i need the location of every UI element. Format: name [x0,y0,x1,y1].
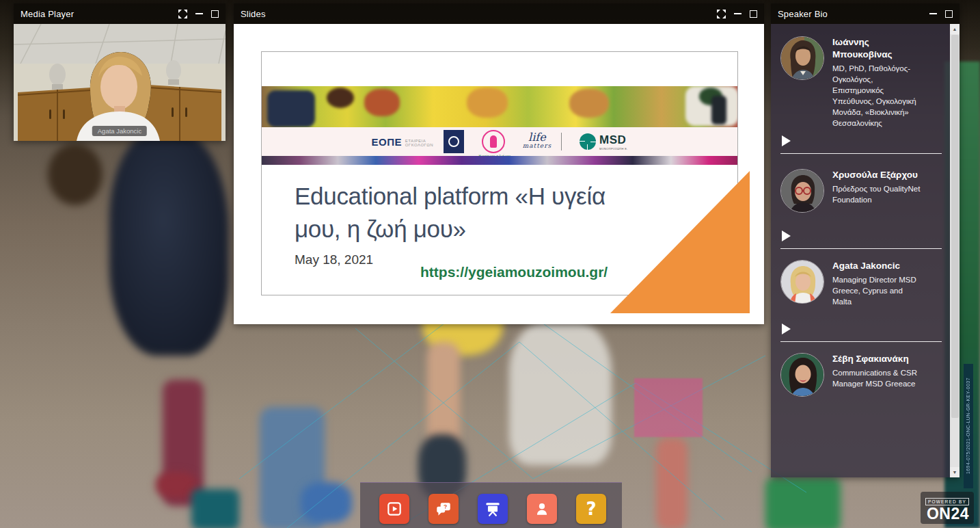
regulatory-watermark: 1694-075/2021-ONC-LUN-GR-KEY-0037 [964,364,973,488]
navy-society-logo [444,130,464,153]
maximize-icon[interactable] [945,10,953,18]
webcam-video[interactable]: Agata Jakoncic [14,24,226,141]
scrollbar[interactable]: ▲ ▼ [950,24,959,477]
msd-logo: MSD ΜΟΝΟΠΡΟΣΩΠΗ Ε. [580,133,627,150]
background-pink-overlay [634,378,703,437]
minimize-icon[interactable] [195,13,203,14]
speaker-avatar [780,169,824,213]
slide-logo-band: ΕΟΠΕ ΕΤΑΙΡΕΙΑ ΟΓΚΟΛΟΓΩΝ Η υγεία μου, η ζ… [262,127,737,156]
divider [780,341,942,342]
scroll-down-button[interactable]: ▼ [950,467,959,477]
media-player-title: Media Player [21,9,178,19]
speaker-name: Agata Jakoncic [832,260,923,272]
slides-title: Slides [241,9,717,19]
person-icon [533,500,551,518]
speaker-item: Σέβη Σφακιανάκη Communications & CSR Man… [780,353,942,397]
media-player-window: Media Player [14,3,226,141]
slide-heading: Educational platform «Η υγεία μου, η ζωή… [295,180,605,246]
speaker-item: Agata Jakoncic Managing Director MSD Gre… [780,260,942,307]
question-mark-icon: ? [586,499,596,519]
life-matters-logo: life matters [523,133,562,150]
scrollbar-thumb[interactable] [951,35,959,418]
msd-knot-icon [580,133,596,150]
fullscreen-icon[interactable] [178,10,187,18]
slide-canvas[interactable]: ΕΟΠΕ ΕΤΑΙΡΕΙΑ ΟΓΚΟΛΟΓΩΝ Η υγεία μου, η ζ… [234,24,764,324]
play-bio-button[interactable] [782,230,791,241]
webcam-name-label: Agata Jakoncic [92,126,147,136]
widget-dock: ? ? [360,482,622,528]
media-player-dock-button[interactable] [379,494,409,524]
slide-date: May 18, 2021 [295,252,373,267]
divider [780,153,942,154]
play-bio-button[interactable] [782,324,791,334]
media-player-titlebar[interactable]: Media Player [14,3,226,24]
qa-dock-button[interactable]: ? [428,494,459,524]
scroll-up-button[interactable]: ▲ [950,24,959,34]
on24-logo: POWERED BY ON24 [921,492,974,524]
play-bio-button[interactable] [782,135,791,146]
minimize-icon[interactable] [734,13,741,14]
chat-question-icon: ? [435,500,452,518]
slides-titlebar[interactable]: Slides [234,3,764,24]
speaker-name: Ιωάννης Μπουκοβίνας [832,36,923,61]
speaker-item: Ιωάννης Μπουκοβίνας MD, PhD, Παθολόγος-Ο… [780,36,942,129]
speaker-item: Χρυσούλα Εξάρχου Πρόεδρος του QualityNet… [780,169,942,213]
slide-color-strip [262,156,737,165]
webcast-stage: Media Player [0,0,980,528]
speaker-description: Πρόεδρος του QualityNet Foundation [832,183,923,205]
slides-dock-button[interactable] [478,494,508,524]
help-dock-button[interactable]: ? [576,494,606,524]
minimize-icon[interactable] [929,13,937,14]
speaker-avatar [780,260,824,304]
speaker-bio-titlebar[interactable]: Speaker Bio [771,3,959,24]
speaker-name: Χρυσούλα Εξάρχου [832,169,923,181]
slide-photo-band [262,86,737,127]
ygeia-mou-circle-logo: Η υγεία μου, η ζωή μου [482,130,505,153]
speaker-avatar [780,353,824,397]
speaker-bio-dock-button[interactable] [527,494,557,524]
speaker-bio-title: Speaker Bio [778,9,929,19]
speaker-description: Communications & CSR Manager MSD Greeace [832,367,923,389]
slide-url: https://ygeiamouzoimou.gr/ [420,264,608,280]
speaker-description: Managing Director MSD Greece, Cyprus and… [832,274,923,307]
speaker-bio-window: Speaker Bio [771,3,959,477]
play-video-icon [385,500,403,518]
maximize-icon[interactable] [211,10,219,18]
on24-wordmark: ON24 [925,506,969,521]
speaker-description: MD, PhD, Παθολόγος-Ογκολόγος, Επιστημονι… [832,63,923,129]
divider [780,248,942,249]
fullscreen-icon[interactable] [717,10,726,18]
maximize-icon[interactable] [750,10,757,18]
speaker-list: Ιωάννης Μπουκοβίνας MD, PhD, Παθολόγος-Ο… [771,24,959,477]
eope-logo: ΕΟΠΕ ΕΤΑΙΡΕΙΑ ΟΓΚΟΛΟΓΩΝ [371,136,425,148]
webcam-scene [14,24,226,141]
speaker-avatar [780,36,824,80]
slides-window: Slides [234,3,764,324]
presentation-screen-icon [484,500,502,518]
speaker-name: Σέβη Σφακιανάκη [832,353,923,365]
